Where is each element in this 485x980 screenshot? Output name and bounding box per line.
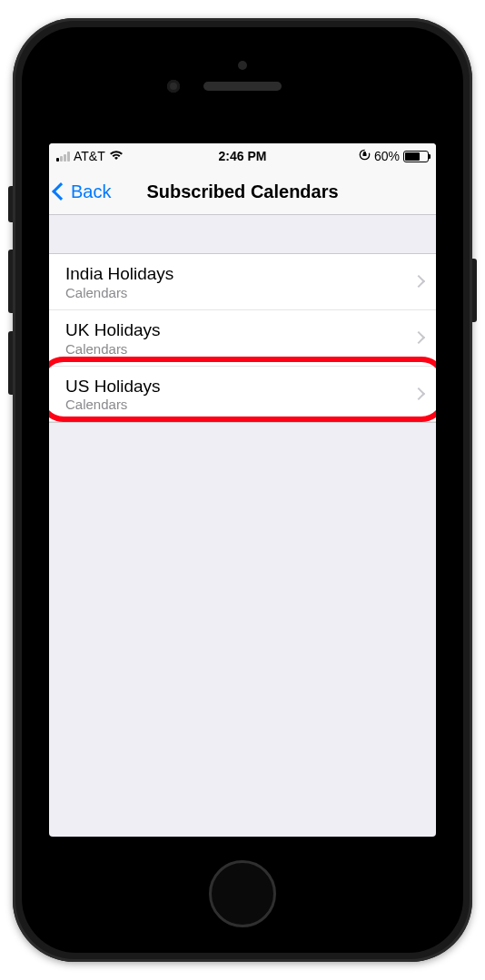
wifi-icon <box>109 149 124 163</box>
orientation-lock-icon <box>359 149 371 163</box>
earpiece-speaker <box>203 82 282 91</box>
signal-icon <box>56 152 70 162</box>
volume-up-button <box>8 250 13 313</box>
chevron-right-icon <box>412 331 425 344</box>
page-title: Subscribed Calendars <box>146 181 338 202</box>
chevron-left-icon <box>52 182 70 201</box>
calendar-row[interactable]: UK Holidays Calendars <box>49 310 436 367</box>
subscribed-calendars-list: India Holidays Calendars UK Holidays Cal… <box>49 253 436 423</box>
mute-switch <box>8 186 13 222</box>
battery-percent: 60% <box>374 149 400 163</box>
carrier-label: AT&T <box>74 149 105 163</box>
calendar-subtitle: Calendars <box>65 285 403 300</box>
front-camera <box>167 80 180 93</box>
back-button[interactable]: Back <box>54 169 111 214</box>
volume-down-button <box>8 331 13 395</box>
screen: AT&T 2:46 PM 60% Back <box>49 143 436 837</box>
calendar-row[interactable]: India Holidays Calendars <box>49 254 436 310</box>
calendar-row[interactable]: US Holidays Calendars <box>49 367 436 423</box>
calendar-subtitle: Calendars <box>65 397 403 412</box>
calendar-title: UK Holidays <box>65 319 403 341</box>
clock: 2:46 PM <box>219 149 267 163</box>
section-spacer <box>49 215 436 253</box>
calendar-title: US Holidays <box>65 376 403 397</box>
power-button <box>472 259 477 322</box>
chevron-right-icon <box>412 387 425 400</box>
chevron-right-icon <box>412 275 425 288</box>
calendar-title: India Holidays <box>65 263 403 285</box>
back-label: Back <box>71 181 111 202</box>
proximity-sensor <box>238 61 247 70</box>
status-bar: AT&T 2:46 PM 60% <box>49 143 436 169</box>
battery-icon <box>403 151 429 162</box>
home-button[interactable] <box>209 860 276 927</box>
iphone-frame: AT&T 2:46 PM 60% Back <box>13 18 472 962</box>
navigation-bar: Back Subscribed Calendars <box>49 169 436 215</box>
calendar-subtitle: Calendars <box>65 341 403 357</box>
